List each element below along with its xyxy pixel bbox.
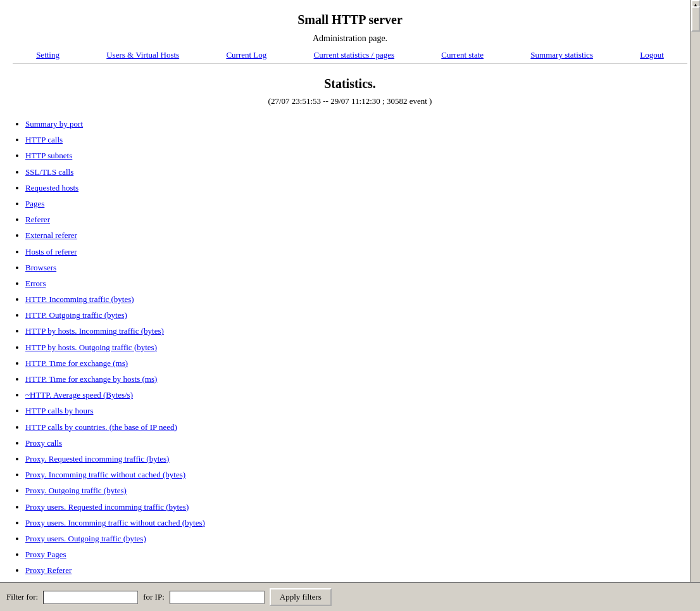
apply-filters-button[interactable]: Apply filters [270,588,332,606]
list-item: HTTP calls by hours [25,403,687,419]
list-item: Errors [25,275,687,291]
list-item: HTTP subnets [25,148,687,163]
list-item: ~HTTP. Average speed (Bytes/s) [25,387,687,403]
link-referer[interactable]: Referer [25,215,50,224]
list-item: External referer [25,227,687,243]
filter-for-label: Filter for: [6,592,38,602]
nav-current-log[interactable]: Current Log [226,50,266,60]
list-item: Referer [25,211,687,227]
link-http-outgoing[interactable]: HTTP. Outgoing traffic (bytes) [25,310,127,320]
stats-link-list: Summary by port HTTP calls HTTP subnets … [13,116,687,611]
page-title: Small HTTP server [13,13,687,27]
nav-users[interactable]: Users & Virtual Hosts [106,50,179,60]
list-item: Proxy. Incomming traffic without cached … [25,467,687,482]
link-http-time-exchange[interactable]: HTTP. Time for exchange (ms) [25,358,128,368]
list-item: HTTP. Time for exchange (ms) [25,355,687,371]
list-item: HTTP calls by countries. (the base of IP… [25,419,687,435]
scrollbar[interactable]: ▲ ▼ [690,0,700,611]
link-http-subnets[interactable]: HTTP subnets [25,151,72,160]
list-item: HTTP by hosts. Incomming traffic (bytes) [25,323,687,339]
link-http-by-hosts-outgoing[interactable]: HTTP by hosts. Outgoing traffic (bytes) [25,343,157,352]
nav-summary-stats[interactable]: Summary statistics [530,50,593,60]
scrollbar-thumb[interactable] [691,6,700,32]
link-proxy-users-outgoing[interactable]: Proxy users. Outgoing traffic (bytes) [25,534,146,543]
list-item: Proxy. Requested incomming traffic (byte… [25,451,687,467]
nav-setting[interactable]: Setting [36,50,59,60]
list-item: Proxy Pages [25,546,687,562]
list-item: Proxy calls [25,435,687,451]
nav-current-state[interactable]: Current state [441,50,484,60]
list-item: Hosts of referer [25,244,687,260]
link-http-time-exchange-by-hosts[interactable]: HTTP. Time for exchange by hosts (ms) [25,374,157,384]
link-requested-hosts[interactable]: Requested hosts [25,183,78,192]
stats-title: Statistics. [13,77,687,91]
list-item: Proxy users. Incomming traffic without c… [25,515,687,531]
link-proxy-outgoing[interactable]: Proxy. Outgoing traffic (bytes) [25,486,127,495]
list-item: SSL/TLS calls [25,164,687,180]
list-item: HTTP by hosts. Outgoing traffic (bytes) [25,339,687,355]
link-hosts-of-referer[interactable]: Hosts of referer [25,247,77,256]
filter-bar: Filter for: for IP: Apply filters [0,582,700,611]
list-item: Requested hosts [25,180,687,196]
link-proxy-users-incomming-no-cache[interactable]: Proxy users. Incomming traffic without c… [25,518,205,527]
link-proxy-requested-incomming[interactable]: Proxy. Requested incomming traffic (byte… [25,454,169,463]
list-item: Pages [25,196,687,211]
list-item: HTTP. Incomming traffic (bytes) [25,291,687,307]
ip-input[interactable] [170,591,265,604]
link-proxy-users-requested[interactable]: Proxy users. Requested incomming traffic… [25,502,189,512]
nav-logout[interactable]: Logout [640,50,664,60]
list-item: Proxy. Outgoing traffic (bytes) [25,482,687,498]
admin-label: Administration page. [13,34,687,44]
list-item: Summary by port [25,116,687,132]
link-http-by-hosts-incomming[interactable]: HTTP by hosts. Incomming traffic (bytes) [25,326,164,336]
list-item: Proxy Referer [25,562,687,578]
link-http-calls-by-countries[interactable]: HTTP calls by countries. (the base of IP… [25,422,177,432]
for-ip-label: for IP: [143,592,165,602]
list-item: Proxy users. Outgoing traffic (bytes) [25,531,687,546]
nav-bar: Setting Users & Virtual Hosts Current Lo… [13,50,687,64]
link-pages[interactable]: Pages [25,199,44,208]
list-item: HTTP calls [25,132,687,148]
link-http-calls[interactable]: HTTP calls [25,135,63,144]
link-http-incomming[interactable]: HTTP. Incomming traffic (bytes) [25,294,134,304]
filter-input[interactable] [43,591,138,604]
list-item: Proxy users. Requested incomming traffic… [25,499,687,515]
link-http-avg-speed[interactable]: ~HTTP. Average speed (Bytes/s) [25,390,133,400]
stats-date: (27/07 23:51:53 -- 29/07 11:12:30 ; 3058… [13,96,687,106]
link-proxy-pages[interactable]: Proxy Pages [25,550,66,559]
link-proxy-referer[interactable]: Proxy Referer [25,565,72,575]
link-http-calls-by-hours[interactable]: HTTP calls by hours [25,406,93,415]
link-errors[interactable]: Errors [25,279,46,288]
link-ssl-tls-calls[interactable]: SSL/TLS calls [25,167,73,177]
list-item: HTTP. Time for exchange by hosts (ms) [25,371,687,387]
link-external-referer[interactable]: External referer [25,230,77,240]
nav-current-stats[interactable]: Current statistics / pages [314,50,394,60]
link-proxy-calls[interactable]: Proxy calls [25,438,62,448]
list-item: Browsers [25,260,687,275]
link-browsers[interactable]: Browsers [25,263,56,272]
list-item: HTTP. Outgoing traffic (bytes) [25,307,687,323]
link-summary-by-port[interactable]: Summary by port [25,119,83,129]
link-proxy-incomming-no-cache[interactable]: Proxy. Incomming traffic without cached … [25,470,185,479]
